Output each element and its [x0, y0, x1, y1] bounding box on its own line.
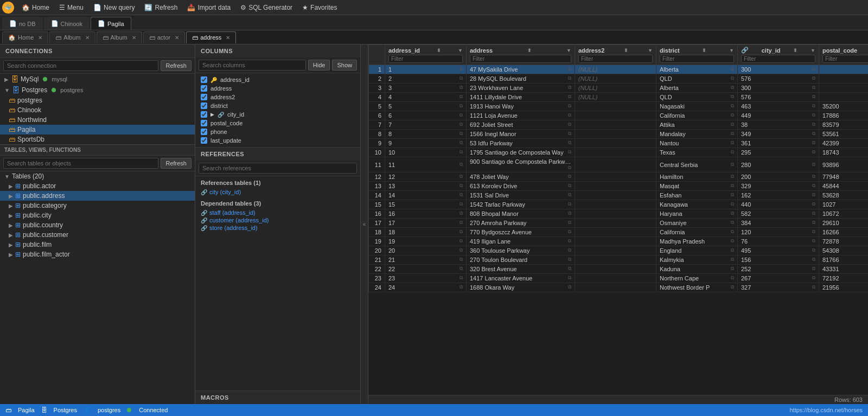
copy-cell-button[interactable]: ⧉ [731, 140, 734, 146]
copy-cell-button[interactable]: ⧉ [459, 149, 463, 155]
table-country[interactable]: ▶ ⊞ public.country [0, 220, 195, 230]
col-phone-checkbox[interactable] [201, 129, 207, 135]
table-row[interactable]: 22⧉28 MySQL Boulevard⧉(NULL)QLD⧉576⧉ [369, 74, 869, 84]
copy-cell-button[interactable]: ⧉ [812, 238, 815, 244]
copy-cell-button[interactable]: ⧉ [568, 112, 571, 118]
filter-address[interactable] [470, 55, 571, 63]
col-district-checkbox[interactable] [201, 103, 207, 109]
columns-hide-button[interactable]: Hide [308, 60, 330, 71]
th-city_id-sort[interactable]: ⬍ [793, 48, 797, 53]
table-row[interactable]: 1212⧉478 Joliet Way⧉Hamilton⧉200⧉77948⧉ [369, 172, 869, 182]
dep-store[interactable]: 🔗 store (address_id) [201, 224, 355, 232]
columns-show-button[interactable]: Show [332, 60, 357, 71]
tables-group[interactable]: ▼ Tables (20) [0, 171, 195, 181]
copy-cell-button[interactable]: ⧉ [568, 121, 571, 127]
tab-home[interactable]: 🏠 Home ✕ [2, 31, 48, 43]
copy-cell-button[interactable]: ⧉ [568, 75, 571, 81]
table-address[interactable]: ▶ ⊞ public.address [0, 191, 195, 201]
copy-cell-button[interactable]: ⧉ [731, 247, 734, 253]
col-address-checkbox[interactable] [201, 85, 207, 92]
copy-cell-button[interactable]: ⧉ [459, 66, 463, 72]
copy-cell-button[interactable]: ⧉ [812, 75, 815, 81]
copy-cell-button[interactable]: ⧉ [731, 284, 734, 290]
copy-cell-button[interactable]: ⧉ [459, 75, 463, 81]
copy-cell-button[interactable]: ⧉ [812, 140, 815, 146]
tree-item-chinook[interactable]: 🗃 Chinook [0, 105, 195, 115]
columns-search-input[interactable] [199, 60, 306, 71]
copy-cell-button[interactable]: ⧉ [568, 66, 571, 72]
copy-cell-button[interactable]: ⧉ [731, 192, 734, 198]
copy-cell-button[interactable]: ⧉ [459, 257, 463, 263]
th-address2-filter[interactable]: ▼ [648, 48, 653, 53]
copy-cell-button[interactable]: ⧉ [812, 201, 815, 207]
copy-cell-button[interactable]: ⧉ [459, 94, 463, 100]
refresh-button[interactable]: 🔄 Refresh [140, 1, 182, 14]
copy-cell-button[interactable]: ⧉ [568, 131, 571, 137]
copy-cell-button[interactable]: ⧉ [731, 149, 734, 155]
table-film-actor[interactable]: ▶ ⊞ public.film_actor [0, 249, 195, 259]
copy-cell-button[interactable]: ⧉ [812, 174, 815, 180]
copy-cell-button[interactable]: ⧉ [731, 162, 734, 168]
table-row[interactable]: 1313⧉613 Korolev Drive⧉Masqat⧉329⧉45844⧉ [369, 182, 869, 191]
tab-album1[interactable]: 🗃 Album ✕ [49, 31, 95, 43]
copy-cell-button[interactable]: ⧉ [812, 220, 815, 226]
copy-cell-button[interactable]: ⧉ [459, 210, 463, 216]
references-search-input[interactable] [199, 163, 357, 174]
tab-actor-close[interactable]: ✕ [175, 35, 179, 41]
table-row[interactable]: 2121⧉270 Toulon Boulevard⧉Kalmykia⧉156⧉8… [369, 255, 869, 265]
table-row[interactable]: 2323⧉1417 Lancaster Avenue⧉Northern Cape… [369, 274, 869, 283]
table-row[interactable]: 77⧉692 Joliet Street⧉Attika⧉38⧉83579⧉ [369, 120, 869, 130]
tab-actor[interactable]: 🗃 actor ✕ [143, 31, 185, 43]
col-address2-checkbox[interactable] [201, 94, 207, 100]
table-row[interactable]: 1111⧉900 Santiago de Compostela Parkway⧉… [369, 157, 869, 172]
copy-cell-button[interactable]: ⧉ [459, 162, 463, 168]
table-row[interactable]: 33⧉23 Workhaven Lane⧉(NULL)Alberta⧉300⧉ [369, 84, 869, 93]
copy-cell-button[interactable]: ⧉ [459, 192, 463, 198]
tree-item-sportsdb[interactable]: 🗃 SportsDb [0, 135, 195, 144]
copy-cell-button[interactable]: ⧉ [812, 257, 815, 263]
filter-address_id[interactable] [388, 55, 463, 63]
copy-cell-button[interactable]: ⧉ [731, 94, 734, 100]
table-row[interactable]: 1717⧉270 Amroha Parkway⧉Osmaniye⧉384⧉296… [369, 219, 869, 228]
copy-cell-button[interactable]: ⧉ [731, 85, 734, 91]
col-postal_code-checkbox[interactable] [201, 120, 207, 126]
copy-cell-button[interactable]: ⧉ [568, 149, 571, 155]
copy-cell-button[interactable]: ⧉ [459, 121, 463, 127]
copy-cell-button[interactable]: ⧉ [459, 112, 463, 118]
copy-cell-button[interactable]: ⧉ [568, 165, 571, 171]
copy-cell-button[interactable]: ⧉ [568, 275, 571, 281]
th-address-filter[interactable]: ▼ [566, 48, 571, 53]
filter-postal_code[interactable] [822, 55, 868, 63]
copy-cell-button[interactable]: ⧉ [731, 112, 734, 118]
connections-refresh-button[interactable]: Refresh [161, 60, 192, 71]
filter-address2[interactable] [578, 55, 653, 63]
copy-cell-button[interactable]: ⧉ [812, 229, 815, 235]
copy-cell-button[interactable]: ⧉ [731, 75, 734, 81]
copy-cell-button[interactable]: ⧉ [459, 266, 463, 272]
tab-address[interactable]: 🗃 address ✕ [186, 31, 236, 43]
table-row[interactable]: 44⧉1411 Lillydale Drive⧉(NULL)QLD⧉576⧉ [369, 93, 869, 102]
copy-cell-button[interactable]: ⧉ [731, 266, 734, 272]
copy-cell-button[interactable]: ⧉ [731, 220, 734, 226]
copy-cell-button[interactable]: ⧉ [731, 131, 734, 137]
copy-cell-button[interactable]: ⧉ [731, 229, 734, 235]
favorites-button[interactable]: ★ Favorites [298, 1, 341, 14]
copy-cell-button[interactable]: ⧉ [568, 247, 571, 253]
import-data-button[interactable]: 📥 Import data [183, 1, 235, 14]
copy-cell-button[interactable]: ⧉ [568, 183, 571, 189]
table-customer[interactable]: ▶ ⊞ public.customer [0, 230, 195, 240]
copy-cell-button[interactable]: ⧉ [568, 85, 571, 91]
col-address_id-checkbox[interactable] [201, 76, 207, 83]
connections-search-input[interactable] [3, 60, 158, 71]
table-row[interactable]: 2222⧉320 Brest Avenue⧉Kaduna⧉252⧉43331⧉ [369, 265, 869, 274]
copy-cell-button[interactable]: ⧉ [459, 229, 463, 235]
copy-cell-button[interactable]: ⧉ [812, 85, 815, 91]
copy-cell-button[interactable]: ⧉ [812, 210, 815, 216]
copy-cell-button[interactable]: ⧉ [568, 257, 571, 263]
tab-album2[interactable]: 🗃 Album ✕ [97, 31, 142, 43]
copy-cell-button[interactable]: ⧉ [459, 201, 463, 207]
table-row[interactable]: 1515⧉1542 Tarlac Parkway⧉Kanagawa⧉440⧉10… [369, 200, 869, 209]
col-last_update-checkbox[interactable] [201, 137, 207, 144]
table-row[interactable]: 1414⧉1531 Sal Drive⧉Esfahan⧉162⧉53628⧉ [369, 191, 869, 200]
table-actor[interactable]: ▶ ⊞ public.actor [0, 181, 195, 191]
